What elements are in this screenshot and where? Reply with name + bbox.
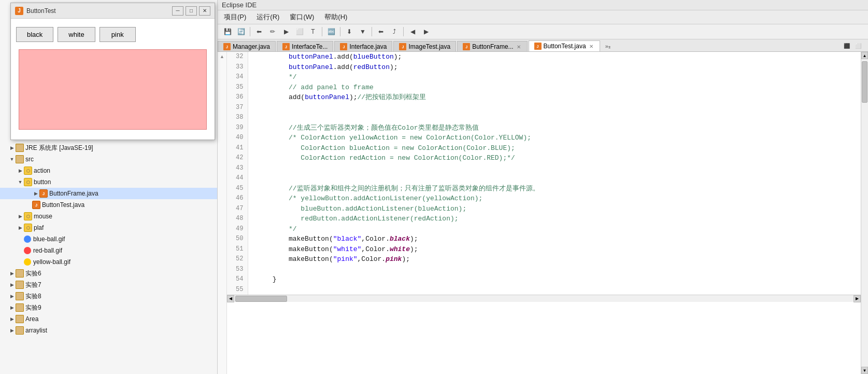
- tab-close-icon[interactable]: ✕: [516, 44, 522, 50]
- tree-item-action[interactable]: ▶ ⬡ action: [0, 165, 217, 176]
- scrollbar-thumb-vertical[interactable]: [862, 61, 867, 103]
- tab-label: Interface.java: [349, 43, 387, 50]
- left-panel: J ButtonTest ─ □ ✕ black white pink ▶ JR…: [0, 0, 218, 374]
- scrollbar-thumb[interactable]: [235, 296, 287, 302]
- tree-item-redball[interactable]: ▶ red-ball.gif: [0, 245, 217, 256]
- menu-project[interactable]: 项目(P): [222, 12, 248, 22]
- scroll-down-btn[interactable]: ▼: [861, 367, 868, 374]
- toolbar-btn-9[interactable]: ⬇: [344, 26, 355, 37]
- scroll-left-btn[interactable]: ◀: [227, 295, 234, 302]
- pink-button[interactable]: pink: [99, 27, 136, 42]
- code-row-37: 37: [227, 103, 861, 113]
- menu-help[interactable]: 帮助(H): [322, 12, 349, 22]
- tree-item-plaf[interactable]: ▶ ⬡ plaf: [0, 222, 217, 233]
- code-line[interactable]: //生成三个监听器类对象；颜色值在Color类里都是静态常熟值: [248, 123, 861, 133]
- scrollbar-track[interactable]: [234, 295, 853, 302]
- toolbar-btn-7[interactable]: T: [307, 26, 319, 37]
- minimize-button[interactable]: ─: [172, 6, 183, 16]
- tree-item-button[interactable]: ▼ ⬡ button: [0, 176, 217, 188]
- tree-label: 实验8: [25, 292, 41, 301]
- toolbar-btn-4[interactable]: ✏: [267, 26, 278, 37]
- code-table: 32 buttonPanel.add(blueButton); 33 butto…: [227, 52, 861, 295]
- tree-item-src[interactable]: ▼ src: [0, 154, 217, 165]
- tree-item-blueball[interactable]: ▶ blue-ball.gif: [0, 233, 217, 245]
- code-line[interactable]: add(buttonPanel);//把按钮添加到框架里: [248, 92, 861, 103]
- code-line[interactable]: /* yellowButton.addActionListener(yellow…: [248, 193, 861, 204]
- code-line[interactable]: [248, 265, 861, 275]
- black-button[interactable]: black: [16, 27, 53, 42]
- scroll-right-btn[interactable]: ▶: [853, 295, 861, 302]
- tab-interfacete[interactable]: J InterfaceTe...: [277, 41, 333, 52]
- tree-item-lab9[interactable]: ▶ 实验9: [0, 302, 217, 313]
- code-line[interactable]: makeButton("pink",Color.pink);: [248, 254, 861, 265]
- tab-icon: J: [534, 43, 542, 50]
- tree-item-area[interactable]: ▶ Area: [0, 313, 217, 325]
- tree-item-lab8[interactable]: ▶ 实验8: [0, 290, 217, 302]
- code-line[interactable]: [248, 173, 861, 184]
- scrollbar-track-vertical[interactable]: [861, 59, 868, 367]
- menu-run[interactable]: 运行(R): [254, 12, 281, 22]
- project-tree[interactable]: ▶ JRE 系统库 [JavaSE-19] ▼ src ▶ ⬡ action ▼…: [0, 140, 217, 374]
- maximize-editor-btn[interactable]: ⬛: [841, 40, 852, 51]
- code-line[interactable]: redButton.addActionListener(redAction);: [248, 214, 861, 224]
- code-line[interactable]: // add panel to frame: [248, 82, 861, 93]
- menu-window[interactable]: 窗口(W): [288, 12, 316, 22]
- tab-close-active-icon[interactable]: ✕: [588, 44, 594, 49]
- tab-buttonframe[interactable]: J ButtonFrame... ✕: [457, 41, 527, 52]
- toolbar-btn-10[interactable]: ▼: [357, 26, 368, 37]
- code-line[interactable]: //监听器对象和组件之间的注册机制；只有注册了监听器类对象的组件才是事件源。: [248, 184, 861, 194]
- tree-item-buttontest[interactable]: ▶ J ButtonTest.java: [0, 199, 217, 211]
- tab-buttontest[interactable]: J ButtonTest.java ✕: [529, 40, 600, 52]
- toolbar-btn-3[interactable]: ⬅: [253, 26, 265, 37]
- line-num: 51: [227, 244, 248, 255]
- tab-label: ButtonFrame...: [472, 43, 513, 50]
- package-icon: ⬡: [24, 167, 32, 175]
- toolbar-btn-13[interactable]: ◀: [407, 26, 418, 37]
- scroll-up-arrow[interactable]: ▲: [219, 53, 225, 60]
- code-area[interactable]: 32 buttonPanel.add(blueButton); 33 butto…: [227, 52, 861, 374]
- code-row-41: 41 ColorAction blueAction = new ColorAct…: [227, 143, 861, 154]
- code-line[interactable]: }: [248, 274, 861, 285]
- code-line[interactable]: [248, 113, 861, 123]
- code-line[interactable]: */: [248, 72, 861, 82]
- code-line[interactable]: buttonPanel.add(blueButton);: [248, 52, 861, 62]
- tree-item-jre[interactable]: ▶ JRE 系统库 [JavaSE-19]: [0, 142, 217, 154]
- tree-item-yellowball[interactable]: ▶ yellow-ball.gif: [0, 256, 217, 268]
- toolbar-btn-8[interactable]: 🔤: [325, 26, 337, 37]
- toolbar-btn-11[interactable]: ⬅: [375, 26, 387, 37]
- restore-button[interactable]: □: [186, 6, 197, 16]
- tree-item-arraylist[interactable]: ▶ arraylist: [0, 325, 217, 336]
- tab-manager[interactable]: J Manager.java: [218, 41, 276, 52]
- toolbar-btn-1[interactable]: 💾: [222, 26, 233, 37]
- code-line[interactable]: buttonPanel.add(redButton);: [248, 62, 861, 73]
- code-line[interactable]: [248, 103, 861, 113]
- code-line[interactable]: makeButton("black",Color.black);: [248, 234, 861, 244]
- scroll-up-btn[interactable]: ▲: [861, 52, 868, 59]
- expand-arrow2: ▶: [32, 190, 39, 197]
- tab-overflow[interactable]: »₂: [601, 41, 615, 51]
- code-line[interactable]: /* ColorAction yellowAction = new ColorA…: [248, 133, 861, 143]
- tree-item-mouse[interactable]: ▶ ⬡ mouse: [0, 211, 217, 222]
- restore-editor-btn[interactable]: ⬜: [852, 40, 864, 51]
- tree-label: plaf: [34, 224, 44, 231]
- code-line[interactable]: blueButton.addActionListener(blueAction)…: [248, 204, 861, 214]
- code-line[interactable]: */: [248, 224, 861, 234]
- tree-item-lab6[interactable]: ▶ 实验6: [0, 268, 217, 279]
- white-button[interactable]: white: [58, 27, 95, 42]
- toolbar-btn-6[interactable]: ⬜: [294, 26, 305, 37]
- code-line[interactable]: [248, 163, 861, 174]
- tree-item-lab7[interactable]: ▶ 实验7: [0, 279, 217, 290]
- tab-imagetest[interactable]: J ImageTest.java: [393, 41, 456, 52]
- toolbar-btn-5[interactable]: ▶: [280, 26, 292, 37]
- toolbar-btn-2[interactable]: 🔄: [235, 26, 247, 37]
- toolbar-btn-12[interactable]: ⤴: [389, 26, 400, 37]
- tab-interface[interactable]: J Interface.java: [334, 41, 392, 52]
- code-line[interactable]: [248, 285, 861, 295]
- close-button[interactable]: ✕: [199, 6, 210, 16]
- code-line[interactable]: makeButton("white",Color.white);: [248, 244, 861, 255]
- toolbar-btn-14[interactable]: ▶: [420, 26, 432, 37]
- code-line[interactable]: ColorAction redAction = new ColorAction(…: [248, 153, 861, 163]
- code-line[interactable]: ColorAction blueAction = new ColorAction…: [248, 143, 861, 154]
- expand-arrow: ▼: [17, 178, 24, 186]
- tree-item-buttonframe[interactable]: ▶ ▶ J ButtonFrame.java: [0, 188, 217, 199]
